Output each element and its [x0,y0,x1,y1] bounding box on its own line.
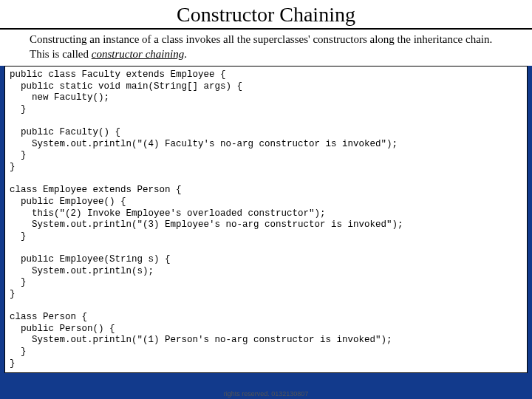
subtitle: Constructing an instance of a class invo… [30,33,502,61]
slide: Constructor Chaining Constructing an ins… [0,0,532,399]
subtitle-post: . [184,48,187,60]
subtitle-wrap: Constructing an instance of a class invo… [0,30,532,66]
slide-title: Constructor Chaining [0,0,532,30]
footer-text: rights reserved. 0132130807 [0,390,532,398]
code-block: public class Faculty extends Employee { … [4,66,528,373]
subtitle-emph: constructor chaining [92,48,184,60]
